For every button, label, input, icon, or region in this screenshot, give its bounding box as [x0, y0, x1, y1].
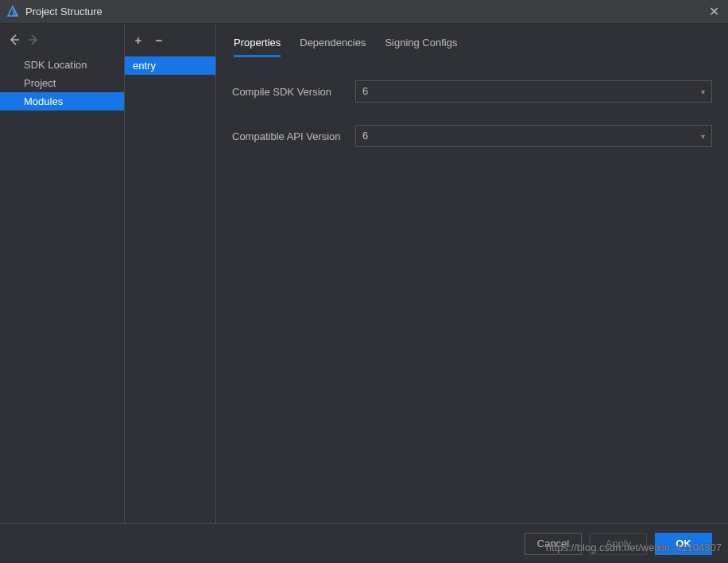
tab-underline — [232, 60, 712, 61]
left-sidebar: SDK Location Project Modules — [0, 24, 125, 523]
add-module-icon[interactable]: + — [133, 33, 144, 47]
app-icon — [6, 6, 19, 18]
watermark: https://blog.csdn.net/weixin_41104307 — [546, 542, 722, 553]
tab-dependencies[interactable]: Dependencies — [300, 33, 366, 57]
back-arrow-icon[interactable] — [8, 33, 21, 46]
chevron-down-icon: ▾ — [701, 87, 705, 96]
compile-sdk-select[interactable]: 6 ▾ — [355, 80, 712, 103]
titlebar: Project Structure ✕ — [0, 0, 728, 24]
nav-arrows — [0, 33, 124, 46]
compatible-api-label: Compatible API Version — [232, 130, 355, 142]
sidebar-item-modules[interactable]: Modules — [0, 92, 124, 111]
compatible-api-select[interactable]: 6 ▾ — [355, 125, 712, 147]
tab-properties[interactable]: Properties — [234, 33, 281, 57]
row-compatible-api: Compatible API Version 6 ▾ — [216, 125, 728, 147]
tabs: Properties Dependencies Signing Configs — [216, 33, 728, 57]
compatible-api-value: 6 — [362, 130, 368, 142]
remove-module-icon[interactable]: − — [153, 33, 165, 47]
compile-sdk-label: Compile SDK Version — [232, 86, 355, 98]
close-icon[interactable]: ✕ — [706, 4, 722, 19]
sidebar-item-project[interactable]: Project — [0, 74, 124, 92]
content-panel: Properties Dependencies Signing Configs … — [216, 24, 728, 523]
compile-sdk-value: 6 — [362, 85, 368, 97]
chevron-down-icon: ▾ — [701, 132, 705, 141]
module-item-entry[interactable]: entry — [125, 56, 215, 75]
sidebar-item-sdk-location[interactable]: SDK Location — [0, 56, 124, 74]
row-compile-sdk: Compile SDK Version 6 ▾ — [216, 80, 728, 103]
module-toolbar: + − — [125, 33, 215, 47]
forward-arrow-icon — [27, 33, 40, 46]
main-container: SDK Location Project Modules + − entry P… — [0, 24, 728, 523]
tab-signing-configs[interactable]: Signing Configs — [385, 33, 457, 57]
window-title: Project Structure — [25, 6, 103, 17]
titlebar-left: Project Structure — [6, 6, 103, 18]
module-list: + − entry — [125, 24, 216, 523]
